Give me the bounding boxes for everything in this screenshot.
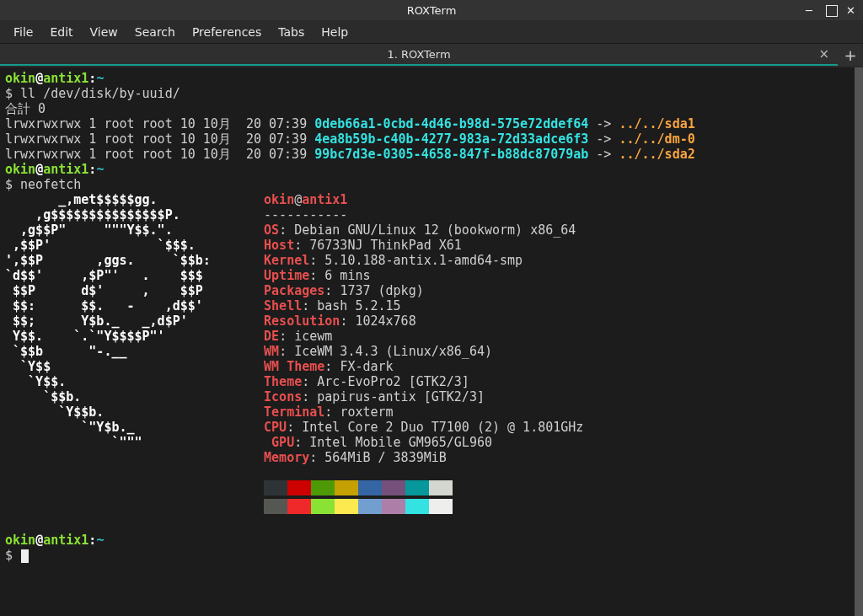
color-swatch	[405, 480, 429, 495]
menu-preferences[interactable]: Preferences	[184, 22, 270, 42]
ll-target-1: ../../dm-0	[619, 131, 694, 147]
nf-cpu: Intel Core 2 Duo T7100 (2) @ 1.801GHz	[302, 420, 583, 435]
nf-kernel: 5.10.188-antix.1-amd64-smp	[324, 253, 523, 268]
minimize-icon[interactable]	[806, 4, 817, 16]
color-swatch	[382, 480, 405, 495]
tab-close-icon[interactable]: ×	[818, 46, 829, 62]
nf-icons: papirus-antix [GTK2/3]	[317, 389, 485, 404]
nf-dashes: -----------	[264, 207, 347, 222]
nf-os: Debian GNU/Linux 12 (bookworm) x86_64	[294, 222, 576, 238]
color-swatch	[311, 499, 335, 514]
menubar: File Edit View Search Preferences Tabs H…	[0, 20, 863, 44]
prompt-at: @	[35, 71, 43, 86]
nf-header-host: antix1	[302, 192, 347, 207]
ll-target-0: ../../sda1	[619, 116, 694, 131]
nf-wm: IceWM 3.4.3 (Linux/x86_64)	[294, 344, 492, 359]
nf-memory: 564MiB / 3839MiB	[324, 450, 447, 465]
nf-uptime: 6 mins	[324, 268, 370, 283]
color-swatch	[264, 499, 287, 514]
menu-help[interactable]: Help	[313, 22, 356, 42]
new-tab-button[interactable]: +	[838, 44, 863, 66]
terminal-cursor	[21, 549, 29, 563]
ll-perm-2: lrwxrwxrwx 1 root root 10 10月 20 07:39	[5, 147, 314, 162]
tabbar: 1. ROXTerm × +	[0, 44, 863, 67]
prompt-symbol: $	[5, 86, 13, 101]
maximize-icon[interactable]	[826, 5, 838, 17]
nf-theme: Arc-EvoPro2 [GTK2/3]	[317, 374, 469, 389]
ll-uuid-0: 0deb66a1-0cbd-4d46-b98d-575e72ddef64	[314, 116, 588, 131]
nf-wm-theme: FX-dark	[340, 359, 393, 374]
color-swatch	[405, 499, 429, 514]
color-palette-row1	[264, 480, 453, 495]
window-title: ROXTerm	[407, 4, 457, 17]
menu-file[interactable]: File	[5, 22, 41, 42]
color-swatch	[264, 480, 287, 495]
window-titlebar: ROXTerm	[0, 0, 863, 20]
nf-header-user: okin	[264, 192, 294, 207]
prompt-user: okin	[5, 71, 35, 86]
menu-view[interactable]: View	[82, 22, 126, 42]
color-swatch	[335, 480, 358, 495]
color-palette-row2	[264, 499, 453, 514]
color-swatch	[429, 499, 453, 514]
nf-gpu: Intel Mobile GM965/GL960	[309, 435, 492, 450]
prompt-path: ~	[96, 71, 104, 86]
prompt-host: antix1	[43, 71, 88, 86]
color-swatch	[429, 480, 453, 495]
menu-tabs[interactable]: Tabs	[270, 22, 313, 42]
ll-perm-0: lrwxrwxrwx 1 root root 10 10月 20 07:39	[5, 116, 314, 131]
color-swatch	[358, 499, 382, 514]
color-swatch	[335, 499, 358, 514]
color-swatch	[287, 480, 311, 495]
ll-perm-1: lrwxrwxrwx 1 root root 10 10月 20 07:39	[5, 131, 314, 147]
logo-line: _,met$$$$$gg.	[5, 192, 218, 207]
ll-target-2: ../../sda2	[619, 147, 694, 162]
tab-label: 1. ROXTerm	[387, 48, 450, 61]
ll-uuid-2: 99bc7d3e-0305-4658-847f-b88dc87079ab	[314, 147, 588, 162]
color-swatch	[358, 480, 382, 495]
close-icon[interactable]	[846, 4, 858, 16]
color-swatch	[311, 480, 335, 495]
nf-resolution: 1024x768	[355, 313, 415, 329]
nf-packages: 1737 (dpkg)	[340, 283, 423, 298]
color-swatch	[287, 499, 311, 514]
nf-de: icewm	[294, 329, 332, 344]
cmd-neofetch: neofetch	[20, 177, 81, 192]
terminal[interactable]: okin@antix1:~ $ ll /dev/disk/by-uuid/ 合計…	[0, 67, 863, 616]
cmd-ll: ll /dev/disk/by-uuid/	[20, 86, 180, 101]
ll-total: 合計 0	[5, 101, 46, 116]
menu-search[interactable]: Search	[126, 22, 184, 42]
nf-shell: bash 5.2.15	[317, 298, 400, 313]
color-swatch	[382, 499, 405, 514]
nf-terminal: roxterm	[340, 404, 393, 420]
scrollbar[interactable]	[855, 67, 863, 616]
tab-1[interactable]: 1. ROXTerm ×	[0, 44, 838, 66]
ll-uuid-1: 4ea8b59b-c40b-4277-983a-72d33adce6f3	[314, 131, 588, 147]
window-controls	[806, 4, 858, 17]
scrollbar-thumb[interactable]	[855, 67, 863, 616]
nf-host: 76733NJ ThinkPad X61	[309, 238, 462, 253]
menu-edit[interactable]: Edit	[41, 22, 81, 42]
